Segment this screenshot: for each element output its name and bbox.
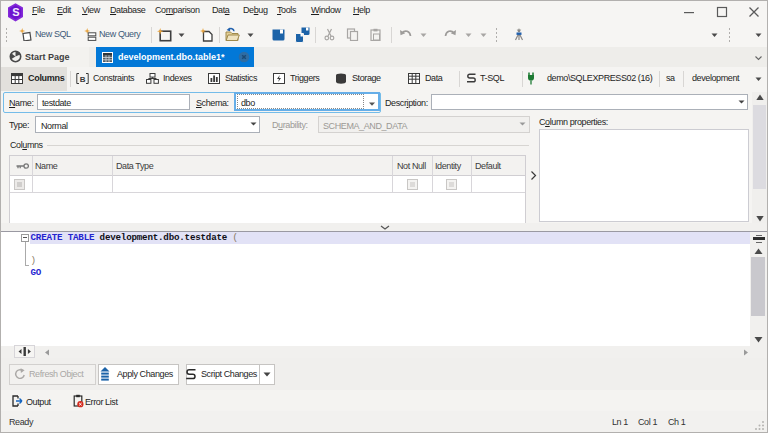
svg-text:B: B: [80, 75, 86, 84]
svg-text:S: S: [12, 6, 19, 18]
